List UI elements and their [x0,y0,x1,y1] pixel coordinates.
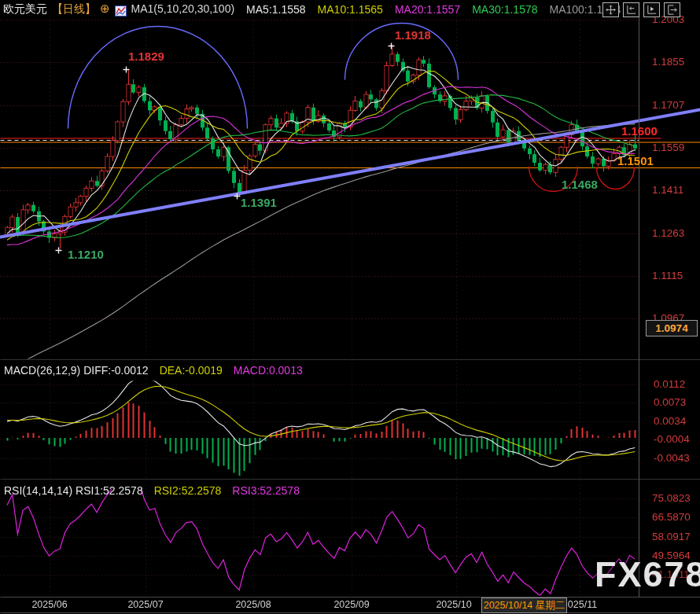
ma-value-label: MA5:1.1558 [246,3,306,16]
chart-toolbar [602,2,680,17]
date-axis-label: 2025/09 [328,599,375,610]
crosshair-date-box: 2025/10/14 星期二 [481,597,567,613]
level-line-label: 1.1600 [621,124,658,138]
date-axis-label: 2025/07 [122,599,169,610]
price-axis-tick: 1.1559 [652,142,684,153]
macd-diff-label: MACD(26,12,9) DIFF:-0.0012 [4,364,149,377]
chart-header: 欧元美元【日线】⊕MA1(5,10,20,30,100)MA5:1.1558MA… [3,0,621,16]
price-annotation: 1.1391 [241,196,277,209]
rsi-axis-tick: 58.0917 [652,531,691,542]
macd-macd-label: MACD:0.0013 [234,364,303,377]
move-crosshair-icon[interactable] [602,2,619,17]
timeframe-label[interactable]: 【日线】 [52,2,96,15]
symbol-name: 欧元美元 [3,2,47,15]
level-line-label: 1.1501 [617,154,654,167]
rsi-axis-tick: 75.0823 [652,492,691,504]
rsi1-label: RSI(14,14,14) RSI1:52.2578 [4,484,143,497]
price-annotation: 1.1468 [562,178,598,191]
exit-chart-icon[interactable] [664,2,680,17]
price-axis-tick: 1.1411 [652,184,683,196]
macd-axis-tick: 0.0034 [654,415,686,427]
mini-chart-icon[interactable] [115,5,127,16]
ma-settings-label: MA1(5,10,20,30,100) [131,2,235,15]
macd-axis-tick: 0.0112 [654,378,685,390]
price-axis-tick: 1.1115 [652,270,683,281]
chart-app: 欧元美元【日线】⊕MA1(5,10,20,30,100)MA5:1.1558MA… [0,0,700,614]
price-axis-tick: 1.1263 [652,227,684,239]
ma-values: MA5:1.1558MA10:1.1565MA20:1.1557MA30:1.1… [234,2,621,15]
date-axis-label: 2025/10 [430,599,477,610]
main-chart-canvas[interactable] [0,0,700,614]
macd-header: MACD(26,12,9) DIFF:-0.0012DEA:-0.0019MAC… [4,364,303,377]
macd-axis-tick: 0.0073 [654,396,686,408]
rsi-axis-tick: 66.5870 [652,511,691,523]
compress-x-axis-icon[interactable] [623,2,639,17]
watermark: FX678 [595,554,700,595]
macd-dea-label: DEA:-0.0019 [160,364,223,377]
ma-value-label: MA30:1.1578 [472,3,537,16]
price-annotation: 1.1210 [68,248,104,261]
ma-value-label: MA10:1.1565 [318,3,383,16]
price-axis-tick: 1.1707 [652,99,684,111]
lowest-price-box: 1.0974 [646,320,698,336]
macd-axis-tick: -0.0043 [654,452,690,464]
ma-value-label: MA20:1.1557 [395,3,460,16]
price-annotation: 1.1918 [395,28,431,42]
date-axis-label: 2025/08 [230,599,277,610]
rsi3-label: RSI3:52.2578 [232,484,300,497]
price-annotation: 1.1829 [128,50,164,63]
rsi-header: RSI(14,14,14) RSI1:52.2578RSI2:52.2578RS… [4,484,300,497]
add-indicator-icon[interactable]: ⊕ [100,2,110,15]
expand-x-axis-icon[interactable] [643,2,660,17]
rsi2-label: RSI2:52.2578 [154,484,222,497]
macd-axis-tick: -0.0004 [654,433,690,445]
date-axis-label: 2025/06 [26,599,73,610]
price-axis-tick: 1.1855 [652,56,684,68]
